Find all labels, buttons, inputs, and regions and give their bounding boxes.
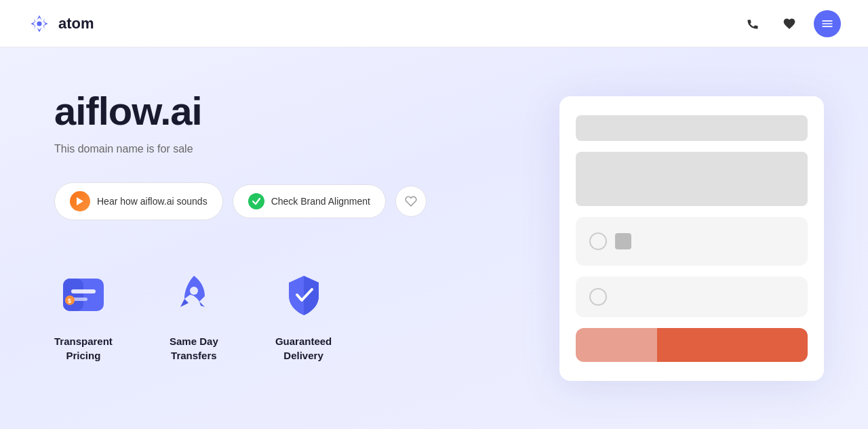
- logo: atom: [27, 12, 94, 36]
- feature-delivery: GuaranteedDelivery: [275, 268, 332, 363]
- card-progress-bar: [576, 328, 808, 362]
- progress-segment-light: [576, 328, 657, 362]
- svg-text:$: $: [68, 298, 71, 304]
- atom-logo-icon: [27, 12, 52, 36]
- favorite-button[interactable]: [395, 186, 427, 217]
- heart-button[interactable]: [777, 12, 802, 36]
- left-panel: aiflow.ai This domain name is for sale H…: [0, 47, 515, 429]
- domain-title: aiflow.ai: [54, 88, 461, 134]
- transfers-label: Same DayTransfers: [170, 334, 218, 363]
- svg-rect-3: [63, 279, 83, 311]
- svg-rect-4: [71, 289, 96, 293]
- play-icon: [70, 191, 90, 211]
- feature-pricing: $ TransparentPricing: [54, 268, 113, 363]
- svg-point-8: [190, 287, 198, 295]
- nav-actions: [741, 10, 841, 37]
- delivery-label: GuaranteedDelivery: [275, 334, 332, 363]
- card-radio-row-2: [576, 277, 808, 317]
- action-buttons: Hear how aiflow.ai sounds Check Brand Al…: [54, 182, 461, 220]
- radio-circle-2: [589, 288, 607, 306]
- card-placeholder-body: [576, 152, 808, 206]
- check-icon: [248, 193, 264, 209]
- hear-audio-button[interactable]: Hear how aiflow.ai sounds: [54, 182, 223, 220]
- preview-card: [559, 96, 824, 381]
- svg-point-0: [37, 21, 41, 26]
- hear-button-label: Hear how aiflow.ai sounds: [97, 196, 208, 207]
- radio-square-1: [615, 233, 631, 249]
- navbar: atom: [0, 0, 868, 47]
- menu-button[interactable]: [814, 10, 841, 37]
- shield-icon-wrap: [277, 268, 331, 322]
- shield-icon: [279, 270, 328, 319]
- pricing-icon: $: [59, 270, 108, 319]
- brand-button-label: Check Brand Alignment: [271, 196, 370, 207]
- rocket-icon-wrap: [167, 268, 221, 322]
- pricing-icon-wrap: $: [56, 268, 111, 322]
- main-content: aiflow.ai This domain name is for sale H…: [0, 47, 868, 429]
- radio-circle-1: [589, 232, 607, 250]
- pricing-label: TransparentPricing: [54, 334, 113, 363]
- domain-subtitle: This domain name is for sale: [54, 143, 461, 155]
- right-panel: [515, 47, 868, 429]
- features-row: $ TransparentPricing Same DayTransfers: [54, 268, 461, 363]
- check-brand-button[interactable]: Check Brand Alignment: [233, 184, 386, 218]
- svg-marker-1: [77, 197, 83, 205]
- rocket-icon: [170, 270, 218, 319]
- card-radio-row-1: [576, 217, 808, 266]
- progress-segment-dark: [657, 328, 808, 362]
- phone-button[interactable]: [741, 12, 765, 36]
- card-placeholder-title: [576, 115, 808, 141]
- logo-text: atom: [58, 15, 94, 33]
- feature-transfers: Same DayTransfers: [167, 268, 221, 363]
